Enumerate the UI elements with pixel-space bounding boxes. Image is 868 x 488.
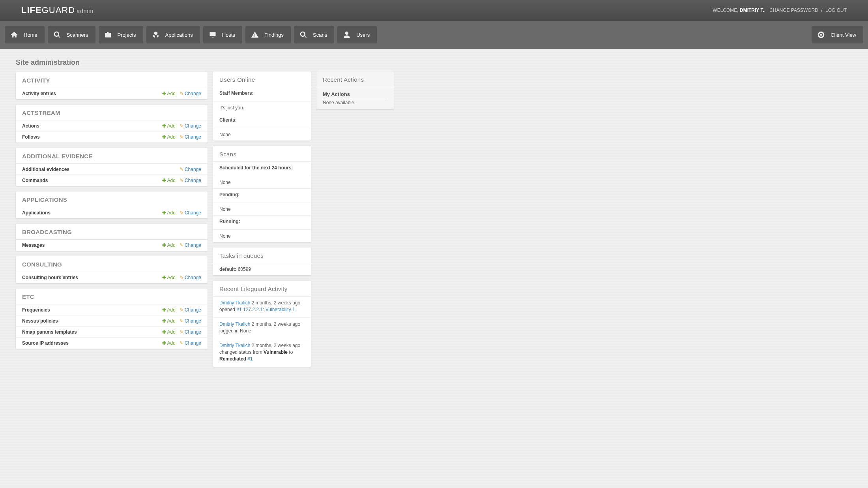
change-link[interactable]: ✎ Change (180, 340, 201, 346)
add-link[interactable]: ✚ Add (162, 210, 176, 216)
pencil-icon: ✎ (180, 307, 183, 313)
plus-icon: ✚ (162, 340, 166, 346)
model-row: Follows✚ Add✎ Change (16, 131, 208, 143)
change-link[interactable]: ✎ Change (180, 242, 201, 248)
add-link[interactable]: ✚ Add (162, 123, 176, 129)
model-row: Commands✚ Add✎ Change (16, 175, 208, 186)
activity-object-link[interactable]: #1 127.2.2.1: Vulnerability 1 (236, 307, 295, 312)
change-link[interactable]: ✎ Change (180, 329, 201, 335)
plus-icon: ✚ (162, 329, 166, 335)
change-link[interactable]: ✎ Change (180, 123, 201, 129)
activity-entry: Dmitriy Tkalich 2 months, 2 weeks agolog… (213, 318, 311, 339)
plus-icon: ✚ (162, 123, 166, 129)
model-row: Nessus policies✚ Add✎ Change (16, 315, 208, 327)
panel-title: Tasks in queues (213, 248, 311, 263)
model-link[interactable]: Additional evidences (22, 167, 69, 172)
plus-icon: ✚ (162, 318, 166, 324)
panel-title: Scans (213, 146, 311, 162)
nav-projects[interactable]: Projects (99, 26, 143, 43)
change-link[interactable]: ✎ Change (180, 210, 201, 216)
add-link[interactable]: ✚ Add (162, 134, 176, 140)
user-icon (342, 30, 352, 39)
change-link[interactable]: ✎ Change (180, 178, 201, 183)
pencil-icon: ✎ (180, 178, 183, 183)
activity-user-link[interactable]: Dmitriy Tkalich (219, 300, 250, 306)
page-title: Site administration (16, 58, 208, 67)
model-link[interactable]: Consulting hours entries (22, 275, 78, 280)
recent-actions-panel: Recent Actions My Actions None available (316, 71, 394, 109)
nav-findings[interactable]: Findings (245, 26, 291, 43)
welcome-text: WELCOME, (713, 8, 740, 13)
plus-icon: ✚ (162, 210, 166, 216)
nav-users[interactable]: Users (337, 26, 377, 43)
pencil-icon: ✎ (180, 340, 183, 346)
add-link[interactable]: ✚ Add (162, 318, 176, 324)
activity-user-link[interactable]: Dmitriy Tkalich (219, 343, 250, 348)
add-link[interactable]: ✚ Add (162, 275, 176, 280)
model-link[interactable]: Commands (22, 178, 48, 183)
nav-hosts[interactable]: Hosts (203, 26, 242, 43)
add-link[interactable]: ✚ Add (162, 329, 176, 335)
activity-user-link[interactable]: Dmitriy Tkalich (219, 321, 250, 327)
change-link[interactable]: ✎ Change (180, 275, 201, 280)
nav-client-view[interactable]: Client View (812, 26, 863, 43)
add-link[interactable]: ✚ Add (162, 340, 176, 346)
activity-object-link[interactable]: #1 (246, 356, 253, 362)
pencil-icon: ✎ (180, 318, 183, 324)
nav-applications[interactable]: Applications (146, 26, 200, 43)
model-row: Source IP addresses✚ Add✎ Change (16, 338, 208, 349)
model-link[interactable]: Applications (22, 210, 51, 216)
pencil-icon: ✎ (180, 210, 183, 216)
plus-icon: ✚ (162, 91, 166, 96)
admin-module: BROADCASTINGMessages✚ Add✎ Change (16, 224, 208, 251)
home-icon (9, 30, 19, 39)
model-link[interactable]: Activity entries (22, 91, 56, 96)
plus-icon: ✚ (162, 178, 166, 183)
search-icon (299, 30, 308, 39)
change-link[interactable]: ✎ Change (180, 134, 201, 140)
model-link[interactable]: Frequencies (22, 307, 50, 313)
model-link[interactable]: Actions (22, 123, 39, 129)
pencil-icon: ✎ (180, 242, 183, 248)
nav-scans[interactable]: Scans (294, 26, 334, 43)
briefcase-icon (103, 30, 113, 39)
change-password-link[interactable]: CHANGE PASSWORD (769, 8, 818, 13)
pencil-icon: ✎ (180, 167, 183, 172)
plus-icon: ✚ (162, 275, 166, 280)
model-row: Consulting hours entries✚ Add✎ Change (16, 272, 208, 283)
model-link[interactable]: Messages (22, 242, 45, 248)
add-link[interactable]: ✚ Add (162, 91, 176, 96)
change-link[interactable]: ✎ Change (180, 307, 201, 313)
lifebuoy-icon (816, 30, 826, 39)
plus-icon: ✚ (162, 134, 166, 140)
change-link[interactable]: ✎ Change (180, 318, 201, 324)
module-title: CONSULTING (16, 256, 208, 272)
plus-icon: ✚ (162, 242, 166, 248)
admin-module: CONSULTINGConsulting hours entries✚ Add✎… (16, 256, 208, 283)
admin-module: APPLICATIONSApplications✚ Add✎ Change (16, 191, 208, 218)
panel-title: Users Online (213, 71, 311, 87)
nav-scanners[interactable]: Scanners (48, 26, 95, 43)
admin-module: ADDITIONAL EVIDENCEAdditional evidences✎… (16, 148, 208, 186)
model-link[interactable]: Nessus policies (22, 318, 58, 324)
logout-link[interactable]: LOG OUT (825, 8, 847, 13)
add-link[interactable]: ✚ Add (162, 178, 176, 183)
scans-panel: Scans Scheduled for the next 24 hours: N… (213, 146, 311, 242)
module-title: ETC (16, 289, 208, 304)
model-link[interactable]: Source IP addresses (22, 340, 69, 346)
change-link[interactable]: ✎ Change (180, 167, 201, 172)
model-link[interactable]: Nmap params templates (22, 329, 77, 335)
panel-title: Recent Actions (316, 71, 394, 87)
admin-module: ACTIVITYActivity entries✚ Add✎ Change (16, 72, 208, 99)
activity-entry: Dmitriy Tkalich 2 months, 2 weeks agocha… (213, 339, 311, 367)
user-links: WELCOME, DMITRIY T.. CHANGE PASSWORD / L… (713, 8, 847, 13)
nav-home[interactable]: Home (5, 26, 45, 43)
cubes-icon (151, 30, 161, 39)
pencil-icon: ✎ (180, 123, 183, 129)
add-link[interactable]: ✚ Add (162, 242, 176, 248)
logo: LIFEGUARDadmin (21, 5, 94, 15)
activity-entry: Dmitriy Tkalich 2 months, 2 weeks agoope… (213, 297, 311, 318)
model-link[interactable]: Follows (22, 134, 40, 140)
add-link[interactable]: ✚ Add (162, 307, 176, 313)
change-link[interactable]: ✎ Change (180, 91, 201, 96)
